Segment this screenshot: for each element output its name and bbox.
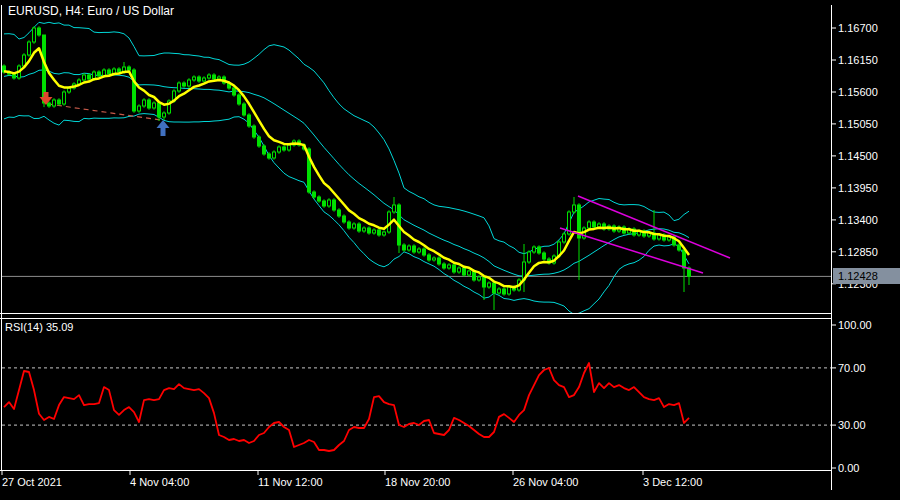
candle-body xyxy=(413,246,416,252)
time-scale[interactable]: 27 Oct 20214 Nov 04:0011 Nov 12:0018 Nov… xyxy=(0,470,900,500)
candle-body xyxy=(288,145,291,150)
candle-body xyxy=(588,222,591,228)
candle-body xyxy=(448,265,451,268)
chart-window: EURUSD, H4: Euro / US Dollar RSI(14) 35.… xyxy=(0,0,900,500)
time-tick-label: 3 Dec 12:00 xyxy=(643,476,702,488)
candle-body xyxy=(573,205,576,212)
time-tick-label: 26 Nov 04:00 xyxy=(513,476,578,488)
candle-body xyxy=(318,197,321,201)
candle-body xyxy=(493,283,496,293)
candle-body xyxy=(253,126,256,137)
candle-body xyxy=(128,67,131,70)
candle-body xyxy=(363,228,366,231)
candle-body xyxy=(248,115,251,126)
candle-body xyxy=(198,77,201,81)
rsi-tick-label: 70.00 xyxy=(838,362,866,374)
candle-body xyxy=(508,287,511,294)
price-scale[interactable]: 1.167001.161501.156001.150501.145001.139… xyxy=(832,0,900,470)
current-price-badge: 1.12428 xyxy=(833,268,900,284)
candle-body xyxy=(428,255,431,260)
candle-body xyxy=(678,245,681,250)
candle-body xyxy=(138,106,141,111)
candle-body xyxy=(348,222,351,228)
price-tick-label: 1.13950 xyxy=(838,182,878,194)
price-tick-label: 1.16150 xyxy=(838,54,878,66)
candle-body xyxy=(283,147,286,150)
candle-body xyxy=(28,42,31,55)
candle-body xyxy=(328,200,331,206)
candle-body xyxy=(423,249,426,255)
time-tick-label: 18 Nov 20:00 xyxy=(385,476,450,488)
chart-title: EURUSD, H4: Euro / US Dollar xyxy=(8,4,174,18)
candle-body xyxy=(278,147,281,152)
time-tick-label: 11 Nov 12:00 xyxy=(258,476,323,488)
candle-body xyxy=(38,28,41,35)
candle-body xyxy=(338,210,341,216)
candle-body xyxy=(373,230,376,233)
candle-body xyxy=(48,103,51,106)
candle-body xyxy=(343,216,346,222)
candle-body xyxy=(353,224,356,228)
candle-body xyxy=(178,83,181,91)
candle-body xyxy=(58,100,61,104)
candle-body xyxy=(213,75,216,79)
candle-body xyxy=(393,205,396,212)
candle-body xyxy=(563,234,566,242)
candle-body xyxy=(358,224,361,231)
candle-body xyxy=(538,247,541,253)
price-tick-label: 1.15600 xyxy=(838,86,878,98)
candle-body xyxy=(443,264,446,268)
time-tick-label: 27 Oct 2021 xyxy=(2,476,62,488)
price-tick-label: 1.14500 xyxy=(838,150,878,162)
candle-body xyxy=(183,83,186,86)
candle-body xyxy=(53,100,56,106)
candle-body xyxy=(433,258,436,260)
chart-canvas[interactable] xyxy=(0,0,900,500)
candle-body xyxy=(323,201,326,206)
candle-body xyxy=(208,75,211,78)
candle-body xyxy=(33,28,36,42)
rsi-tick-label: 100.00 xyxy=(838,319,872,331)
candle-body xyxy=(683,250,686,268)
candle-body xyxy=(158,103,161,117)
candle-body xyxy=(378,230,381,235)
candle-body xyxy=(238,95,241,104)
candle-body xyxy=(188,80,191,86)
candle-body xyxy=(268,154,271,158)
candle-body xyxy=(503,289,506,294)
candle-body xyxy=(368,228,371,233)
candle-body xyxy=(453,265,456,272)
candle-body xyxy=(313,192,316,197)
candle-body xyxy=(468,271,471,275)
candle-body xyxy=(438,258,441,264)
price-tick-label: 1.16700 xyxy=(838,22,878,34)
time-tick-label: 4 Nov 04:00 xyxy=(130,476,189,488)
candle-body xyxy=(463,268,466,275)
rsi-tick-label: 30.00 xyxy=(838,419,866,431)
candle-body xyxy=(418,249,421,252)
candle-body xyxy=(143,100,146,106)
candle-body xyxy=(258,137,261,146)
candle-body xyxy=(118,69,121,72)
candle-body xyxy=(498,289,501,293)
candle-body xyxy=(148,100,151,108)
price-tick-label: 1.12850 xyxy=(838,246,878,258)
candle-body xyxy=(408,246,411,250)
candle-body xyxy=(203,78,206,81)
chart-plot-area[interactable] xyxy=(0,0,900,500)
candle-body xyxy=(483,277,486,287)
candle-body xyxy=(403,245,406,250)
price-tick-label: 1.13400 xyxy=(838,214,878,226)
candle-body xyxy=(163,113,166,117)
candle-body xyxy=(333,200,336,210)
candle-body xyxy=(83,75,86,80)
candle-body xyxy=(273,152,276,158)
candle-body xyxy=(533,247,536,252)
candle-body xyxy=(63,92,66,104)
candle-body xyxy=(458,268,461,272)
candle-body xyxy=(593,222,596,227)
candle-body xyxy=(153,103,156,108)
candle-body xyxy=(233,88,236,95)
candle-body xyxy=(263,146,266,154)
candle-body xyxy=(488,283,491,287)
